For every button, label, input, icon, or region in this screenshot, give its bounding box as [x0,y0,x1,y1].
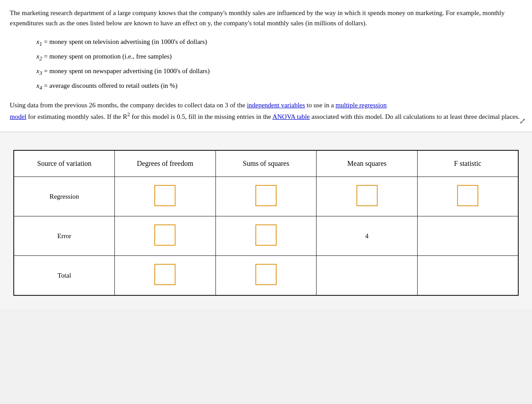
var-symbol-3: x3 [36,64,42,79]
body-part2: to use in a [305,102,336,109]
error-f-cell [417,216,518,256]
header-f: F statistic [417,150,518,177]
total-ss-input[interactable] [255,264,277,285]
anova-table-link[interactable]: ANOVA table [272,113,309,120]
regression-ms-cell [317,177,418,216]
regression-ss-input[interactable] [255,185,277,206]
error-ss-input[interactable] [255,224,277,246]
var-line-3: x3 = money spent on newspaper advertisin… [36,64,522,79]
regression-df-input[interactable] [154,185,176,206]
variable-list: x1 = money spent on television advertisi… [36,35,522,94]
body-part1: Using data from the previous 26 months, … [10,102,247,109]
multiple-regression-link[interactable]: multiple regression [336,102,387,109]
body-part5: for this model is 0.5, fill in the missi… [130,113,272,120]
header-source: Source of variation [14,150,115,177]
var-symbol-4: x4 [36,79,42,94]
regression-f-input[interactable] [457,185,478,206]
var-desc-3: = money spent on newspaper advertising (… [44,64,210,78]
table-row-regression: Regression [14,177,518,216]
var-symbol-1: x1 [36,35,42,50]
var-desc-1: = money spent on television advertising … [44,35,207,49]
regression-df-cell [115,177,216,216]
regression-f-cell [417,177,518,216]
var-line-2: x2 = money spent on promotion (i.e., fre… [36,50,522,64]
bottom-panel: Source of variation Degrees of freedom S… [0,132,532,309]
var-desc-2: = money spent on promotion (i.e., free s… [44,50,172,64]
error-ms-cell: 4 [317,216,418,256]
error-df-input[interactable] [154,224,176,246]
expand-icon[interactable]: ⤢ [519,116,526,126]
var-symbol-2: x2 [36,50,42,64]
body-part4: for estimating monthly sales. If the R [27,113,127,120]
header-df: Degrees of freedom [115,150,216,177]
table-row-error: Error 4 [14,216,518,256]
table-header-row: Source of variation Degrees of freedom S… [14,150,518,177]
total-ss-cell [215,256,317,296]
error-df-cell [115,216,216,256]
error-ss-cell [215,216,317,256]
body-text: Using data from the previous 26 months, … [10,100,522,122]
regression-label: Regression [14,177,115,216]
anova-table: Source of variation Degrees of freedom S… [13,150,519,296]
intro-text: The marketing research department of a l… [10,8,522,29]
header-ms: Mean squares [317,150,418,177]
total-label: Total [14,256,115,296]
regression-ss-cell [215,177,317,216]
var-line-4: x4 = average discounts offered to retail… [36,79,522,94]
total-df-cell [115,256,216,296]
total-ms-cell [317,256,418,296]
var-desc-4: = average discounts offered to retail ou… [44,79,177,93]
total-df-input[interactable] [154,264,176,285]
var-line-1: x1 = money spent on television advertisi… [36,35,522,50]
model-link[interactable]: model [10,113,27,120]
body-part6: associated with this model. Do all calcu… [310,113,520,120]
total-f-cell [417,256,518,296]
table-row-total: Total [14,256,518,296]
header-ss: Sums of squares [215,150,317,177]
independent-variables-link[interactable]: independent variables [247,102,305,109]
regression-ms-input[interactable] [356,185,378,206]
error-label: Error [14,216,115,256]
